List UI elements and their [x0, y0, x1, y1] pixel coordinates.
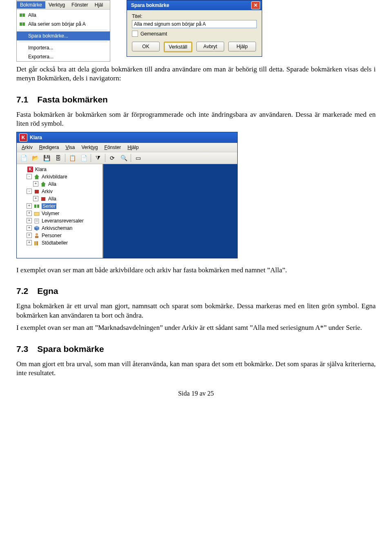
section-title: Spara bokmärke [37, 344, 104, 354]
expander-icon[interactable]: + [27, 240, 32, 245]
dropdown-item-save-bookmark[interactable]: Spara bokmärke... [17, 31, 110, 40]
svg-rect-20 [36, 241, 38, 245]
klara-menu-visa[interactable]: Visa [62, 145, 78, 150]
klara-menu-verktyg[interactable]: Verktyg [78, 145, 101, 150]
tree-item[interactable]: +Personer [17, 232, 102, 239]
expander-icon[interactable]: + [27, 218, 32, 223]
svg-rect-2 [20, 22, 22, 26]
dropdown-label: Alla [28, 12, 36, 18]
expander-icon[interactable]: - [27, 174, 32, 179]
dropdown-label: Exportera... [28, 54, 53, 60]
open-icon[interactable]: 📂 [31, 153, 40, 162]
shared-checkbox[interactable] [132, 31, 138, 37]
menubar-help[interactable]: Hjäl [91, 1, 107, 9]
paste-icon[interactable]: 📄 [79, 153, 88, 162]
svg-rect-6 [35, 190, 39, 194]
refresh-icon[interactable]: ⟳ [108, 153, 117, 162]
menubar-window[interactable]: Fönster [68, 1, 91, 9]
klara-titlebar: K Klara [17, 132, 237, 143]
paragraph: Det går också bra att dela gjorda bokmär… [16, 65, 376, 83]
klara-menu-redigera[interactable]: Redigera [36, 145, 62, 150]
bm-green-icon [33, 203, 40, 209]
search-icon[interactable]: 🔍 [119, 153, 128, 162]
copy-icon[interactable]: 📋 [68, 153, 77, 162]
dropdown-item-import[interactable]: Importera... [17, 43, 110, 52]
save-icon[interactable]: 💾 [42, 153, 51, 162]
filter-icon[interactable]: ⧩ [94, 153, 102, 162]
paragraph: I exemplet ovan ser man att både arkivbi… [16, 266, 376, 275]
help-button[interactable]: Hjälp [228, 42, 256, 51]
tree-label: Volymer [42, 211, 59, 216]
tree-item[interactable]: +Serier [17, 202, 102, 210]
red-box-icon [33, 189, 40, 194]
klara-app-icon: K [19, 133, 27, 142]
menubar-bookmark[interactable]: Bokmärke [17, 1, 45, 9]
klara-menu-hjalp[interactable]: Hjälp [124, 145, 142, 150]
tree-label: Alla [48, 196, 56, 202]
expander-icon[interactable]: + [27, 203, 32, 209]
klara-title: Klara [30, 135, 42, 140]
tree-item[interactable]: +Leveransreversaler [17, 217, 102, 225]
klara-toolbar: 📄 📂 💾 🗄 📋 📄 ⧩ ⟳ 🔍 ▭ [17, 152, 237, 164]
books-icon [33, 240, 40, 246]
menubar-tools[interactable]: Verktyg [45, 1, 68, 9]
home-green-icon [33, 174, 40, 180]
bookmark-green-icon [19, 12, 26, 18]
tree-item[interactable]: +Arkivscheman [17, 225, 102, 232]
apply-button[interactable]: Verkställ [164, 42, 192, 52]
klara-menu-fonster[interactable]: Fönster [101, 145, 125, 150]
expander-icon[interactable]: + [27, 211, 32, 216]
dialog-titlebar: Spara bokmärke ✕ [127, 0, 262, 10]
tree-label: Klara [35, 167, 47, 172]
section-7-2-heading: 7.2Egna [16, 286, 376, 296]
expander-icon[interactable]: + [33, 196, 38, 201]
dropdown-item-export[interactable]: Exportera... [17, 52, 110, 61]
tree-item[interactable]: -Arkiv [17, 188, 102, 195]
svg-rect-7 [41, 197, 45, 201]
tree-label: Serier [42, 203, 56, 209]
tree-item[interactable]: +Alla [17, 195, 102, 202]
svg-point-17 [36, 233, 38, 236]
tree-item[interactable]: -Arkivbildare [17, 173, 102, 180]
window-icon[interactable]: ▭ [134, 153, 143, 162]
ok-button[interactable]: OK [132, 42, 160, 51]
cancel-button[interactable]: Avbryt [196, 42, 224, 51]
klara-menu-arkiv[interactable]: Arkiv [18, 145, 36, 150]
paragraph: Egna bokmärken är ett urval man gjort, n… [16, 302, 376, 320]
bookmark-green-icon [19, 21, 26, 27]
section-7-3-heading: 7.3Spara bokmärke [16, 344, 376, 354]
red-box-icon [40, 196, 47, 202]
home-green-icon [40, 181, 47, 187]
section-7-1-heading: 7.1Fasta bokmärken [16, 95, 376, 105]
dropdown-item-alla[interactable]: Alla [17, 11, 110, 20]
new-icon[interactable]: 📄 [19, 153, 28, 162]
close-button[interactable]: ✕ [251, 1, 260, 9]
tree-label: Arkiv [42, 189, 53, 194]
tree-label: Alla [48, 181, 56, 187]
tree-item[interactable]: +Volymer [17, 210, 102, 217]
bookmark-dropdown: Alla Alla serier som börjar på A Spara b… [17, 10, 110, 61]
close-icon: ✕ [254, 2, 258, 8]
menubar: Bokmärke Verktyg Fönster Hjäl [17, 0, 110, 10]
paragraph: I exemplet ovan ser man att ”Marknadsavd… [16, 323, 376, 332]
title-input[interactable] [132, 20, 257, 28]
navigator-tree[interactable]: KKlara-Arkivbildare+Alla-Arkiv+Alla+Seri… [17, 164, 103, 258]
tree-item[interactable]: KKlara [17, 166, 102, 173]
tree-item[interactable]: +Alla [17, 180, 102, 188]
svg-marker-4 [34, 174, 39, 179]
save-bookmark-dialog: Spara bokmärke ✕ Titel: Gemensamt OK Ver… [127, 0, 262, 57]
expander-icon[interactable]: + [27, 233, 32, 238]
save-all-icon[interactable]: 🗄 [53, 153, 62, 162]
klara-menubar: Arkiv Redigera Visa Verktyg Fönster Hjäl… [17, 143, 237, 152]
expander-icon[interactable]: + [27, 225, 32, 231]
tree-item[interactable]: +Stödtabeller [17, 239, 102, 247]
tree-label: Arkivscheman [42, 225, 72, 231]
section-number: 7.2 [16, 286, 28, 296]
dropdown-item-alla-serier[interactable]: Alla serier som börjar på A [17, 20, 110, 29]
section-number: 7.1 [16, 95, 28, 104]
expander-icon[interactable]: - [27, 189, 32, 194]
expander-icon[interactable]: + [33, 181, 38, 187]
dropdown-label: Alla serier som börjar på A [28, 21, 86, 27]
svg-rect-3 [22, 22, 25, 26]
shared-label: Gemensamt [140, 31, 167, 37]
